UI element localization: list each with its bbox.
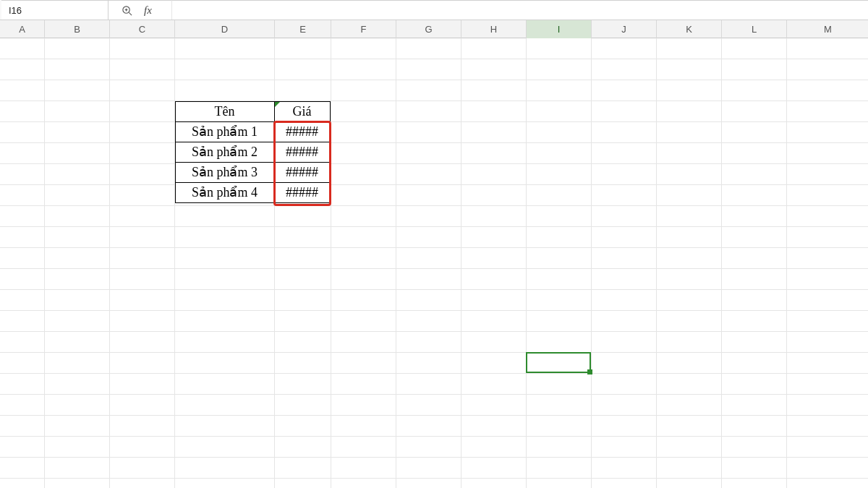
cell[interactable] bbox=[45, 395, 110, 416]
cell[interactable] bbox=[331, 227, 396, 248]
cell[interactable] bbox=[275, 290, 331, 311]
cell[interactable] bbox=[657, 479, 722, 488]
cell[interactable] bbox=[396, 122, 461, 143]
cell[interactable] bbox=[175, 311, 275, 332]
cell[interactable] bbox=[657, 122, 722, 143]
cell[interactable] bbox=[331, 416, 396, 437]
cell[interactable] bbox=[275, 80, 331, 101]
cell[interactable] bbox=[110, 437, 175, 458]
cell[interactable] bbox=[527, 395, 592, 416]
cell[interactable] bbox=[787, 59, 868, 80]
cell[interactable] bbox=[787, 38, 868, 59]
cell[interactable] bbox=[722, 374, 787, 395]
table-cell[interactable]: ##### bbox=[274, 142, 331, 163]
cell[interactable] bbox=[110, 374, 175, 395]
cell[interactable] bbox=[787, 374, 868, 395]
cell[interactable] bbox=[657, 311, 722, 332]
cell[interactable] bbox=[175, 290, 275, 311]
cell[interactable] bbox=[396, 290, 461, 311]
cell[interactable] bbox=[331, 395, 396, 416]
table-cell[interactable]: Sản phẩm 2 bbox=[175, 142, 275, 163]
cell[interactable] bbox=[657, 353, 722, 374]
cell[interactable] bbox=[787, 227, 868, 248]
column-header-F[interactable]: F bbox=[331, 20, 396, 38]
cell[interactable] bbox=[722, 38, 787, 59]
cell[interactable] bbox=[110, 80, 175, 101]
cell[interactable] bbox=[461, 101, 527, 122]
cell[interactable] bbox=[396, 374, 461, 395]
cell[interactable] bbox=[657, 185, 722, 206]
cells-area[interactable] bbox=[0, 38, 868, 488]
cell[interactable] bbox=[396, 38, 461, 59]
cell[interactable] bbox=[722, 416, 787, 437]
cell[interactable] bbox=[527, 458, 592, 479]
column-header-H[interactable]: H bbox=[461, 20, 527, 38]
cell[interactable] bbox=[331, 311, 396, 332]
cell[interactable] bbox=[722, 206, 787, 227]
cell[interactable] bbox=[275, 458, 331, 479]
cell[interactable] bbox=[275, 38, 331, 59]
cell[interactable] bbox=[45, 311, 110, 332]
cell[interactable] bbox=[110, 290, 175, 311]
cell[interactable] bbox=[110, 143, 175, 164]
cell[interactable] bbox=[45, 374, 110, 395]
cell[interactable] bbox=[657, 395, 722, 416]
cell[interactable] bbox=[275, 227, 331, 248]
cell[interactable] bbox=[45, 59, 110, 80]
cell[interactable] bbox=[331, 248, 396, 269]
cell[interactable] bbox=[592, 311, 657, 332]
cell[interactable] bbox=[722, 101, 787, 122]
cell[interactable] bbox=[0, 59, 45, 80]
cell[interactable] bbox=[527, 353, 592, 374]
cell[interactable] bbox=[110, 332, 175, 353]
fx-icon[interactable]: fx bbox=[144, 4, 152, 17]
cell[interactable] bbox=[396, 416, 461, 437]
column-header-I[interactable]: I bbox=[527, 20, 592, 38]
cell[interactable] bbox=[787, 311, 868, 332]
cell[interactable] bbox=[0, 269, 45, 290]
cell[interactable] bbox=[722, 269, 787, 290]
cell[interactable] bbox=[787, 353, 868, 374]
cell[interactable] bbox=[0, 206, 45, 227]
cell[interactable] bbox=[396, 479, 461, 488]
cell[interactable] bbox=[592, 374, 657, 395]
cell[interactable] bbox=[0, 374, 45, 395]
table-cell[interactable]: ##### bbox=[274, 162, 331, 183]
cell[interactable] bbox=[45, 269, 110, 290]
cell[interactable] bbox=[722, 227, 787, 248]
cell[interactable] bbox=[787, 185, 868, 206]
cell[interactable] bbox=[461, 80, 527, 101]
cell[interactable] bbox=[45, 80, 110, 101]
cell[interactable] bbox=[787, 122, 868, 143]
cell[interactable] bbox=[657, 332, 722, 353]
cell[interactable] bbox=[0, 311, 45, 332]
cell[interactable] bbox=[175, 416, 275, 437]
cell[interactable] bbox=[592, 185, 657, 206]
column-header-J[interactable]: J bbox=[592, 20, 657, 38]
cell[interactable] bbox=[45, 458, 110, 479]
cell[interactable] bbox=[396, 395, 461, 416]
cell[interactable] bbox=[0, 479, 45, 488]
table-cell[interactable]: Sản phẩm 4 bbox=[175, 182, 275, 203]
cell[interactable] bbox=[0, 353, 45, 374]
cell[interactable] bbox=[175, 38, 275, 59]
cell[interactable] bbox=[592, 290, 657, 311]
cell[interactable] bbox=[527, 206, 592, 227]
cell[interactable] bbox=[787, 395, 868, 416]
cell[interactable] bbox=[396, 353, 461, 374]
cell[interactable] bbox=[527, 101, 592, 122]
cell[interactable] bbox=[657, 416, 722, 437]
cell[interactable] bbox=[527, 185, 592, 206]
cell[interactable] bbox=[722, 332, 787, 353]
cell[interactable] bbox=[396, 311, 461, 332]
cell[interactable] bbox=[45, 206, 110, 227]
cell[interactable] bbox=[527, 80, 592, 101]
cell[interactable] bbox=[45, 290, 110, 311]
cell[interactable] bbox=[527, 164, 592, 185]
cell[interactable] bbox=[461, 185, 527, 206]
cell[interactable] bbox=[45, 332, 110, 353]
cell[interactable] bbox=[657, 269, 722, 290]
cell[interactable] bbox=[461, 416, 527, 437]
cell[interactable] bbox=[787, 248, 868, 269]
cell[interactable] bbox=[461, 248, 527, 269]
